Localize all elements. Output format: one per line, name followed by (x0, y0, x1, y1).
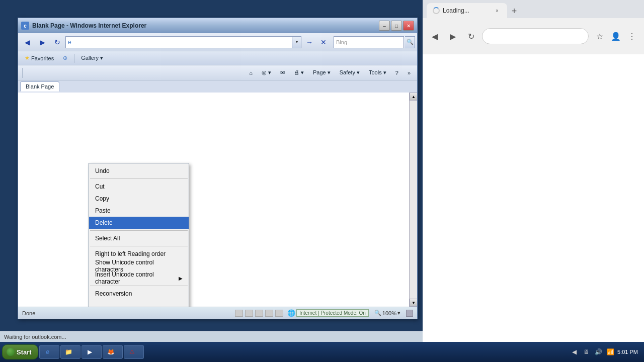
chrome-tab-close-button[interactable]: × (493, 7, 501, 15)
tray-clock: 5:01 PM (617, 349, 638, 355)
ie-scrollbar[interactable]: ▲ ▼ (409, 93, 417, 307)
ctx-copy[interactable]: Copy (89, 193, 189, 205)
ctx-rtl[interactable]: Right to left Reading order (89, 248, 189, 260)
ctx-sep-1 (90, 230, 188, 231)
ie-mail-button[interactable]: ✉ (277, 67, 288, 79)
chrome-tab-label: Loading... (443, 7, 469, 14)
context-menu: Undo Cut Copy Paste Delete Select All Ri… (89, 163, 189, 307)
taskbar-warning-icon: ⚠ (128, 348, 136, 356)
tray-network-icon[interactable]: 📶 (605, 347, 615, 357)
ie-page-button[interactable]: Page ▾ (309, 67, 334, 79)
chrome-address-bar[interactable] (482, 28, 589, 44)
ie-page-label: Page ▾ (313, 69, 331, 76)
ie-expand-button[interactable]: » (404, 67, 414, 79)
ctx-undo[interactable]: Undo (89, 165, 189, 177)
chrome-forward-button[interactable]: ▶ (446, 29, 460, 43)
ie-search-box[interactable]: Bing (334, 36, 404, 48)
ie-minimize-button[interactable]: – (379, 21, 390, 31)
ie-back-button[interactable]: ◀ (20, 35, 34, 49)
chrome-menu-icons: ☆ 👤 ⋮ (593, 29, 639, 43)
taskbar-warning-item[interactable]: ⚠ (124, 345, 144, 359)
ie-search-button[interactable]: 🔍 (405, 36, 415, 48)
taskbar-media-item[interactable]: ▶ (82, 345, 102, 359)
ie-status-icon-2 (245, 310, 253, 317)
ie-go-button[interactable]: → (302, 35, 316, 49)
ie-zoom-dropdown: ▾ (397, 310, 400, 316)
ie-scroll-up[interactable]: ▲ (410, 93, 417, 101)
chrome-menu-button[interactable]: ⋮ (625, 29, 639, 43)
chrome-profile-button[interactable]: 👤 (609, 29, 623, 43)
ie-print-button[interactable]: 🖨 ▾ (290, 67, 307, 79)
ie-address-area: e ▾ → ✕ (65, 35, 331, 49)
ie-tab-blank[interactable]: Blank Page (20, 81, 59, 92)
ie-search-placeholder: Bing (336, 39, 347, 45)
ctx-paste[interactable]: Paste (89, 205, 189, 217)
chrome-tab-loading[interactable]: Loading... × (427, 3, 507, 18)
ie-gallery-button[interactable]: Gallery ▾ (77, 53, 107, 64)
ie-favorites-button[interactable]: ★ Favorites (21, 53, 57, 64)
chrome-bookmark-button[interactable]: ☆ (593, 29, 607, 43)
ie-toolbar2-left (21, 68, 24, 78)
ie-restore-button[interactable]: □ (391, 21, 402, 31)
ie-refresh-button[interactable]: ↻ (50, 35, 64, 49)
ie-status-right: 🌐 Internet | Protected Mode: On 🔍 100% ▾ (287, 308, 413, 318)
ctx-insert-unicode[interactable]: Insert Unicode control character ▶ (89, 272, 189, 284)
chrome-toolbar: ◀ ▶ ↻ ☆ 👤 ⋮ (423, 18, 644, 54)
ie-content[interactable]: ▲ ▼ Undo Cut Copy Paste Delete Select A (18, 93, 417, 307)
ctx-show-unicode[interactable]: Show Unicode control characters (89, 260, 189, 272)
tray-sound-icon[interactable]: 🔊 (593, 347, 603, 357)
ie-navbar: ◀ ▶ ↻ e ▾ → ✕ Bing 🔍 (18, 33, 417, 51)
ie-feeds-button[interactable]: ◎ ▾ (258, 67, 275, 79)
start-button[interactable]: Start (2, 344, 38, 359)
ie-address-dropdown[interactable]: ▾ (292, 36, 301, 48)
taskbar-ie-item[interactable]: e (39, 345, 59, 359)
ie-zoom-button[interactable]: 🔍 100% ▾ (372, 308, 403, 318)
ie-scroll-down[interactable]: ▼ (410, 299, 417, 307)
ctx-sep-2 (90, 246, 188, 246)
chrome-refresh-button[interactable]: ↻ (464, 29, 478, 43)
chrome-back-button[interactable]: ◀ (428, 29, 442, 43)
ie-security-zone (235, 310, 243, 317)
ie-window-controls: – □ ✕ (379, 21, 414, 31)
ctx-open-ime[interactable]: Reconversion (89, 288, 189, 300)
ctx-cut-label: Cut (95, 183, 105, 190)
ctx-insert-unicode-arrow: ▶ (179, 276, 183, 281)
ctx-cut[interactable]: Cut (89, 180, 189, 193)
ie-tab-label: Blank Page (26, 83, 54, 89)
toolbar2-sep (22, 68, 23, 78)
ie-home-button[interactable]: ⌂ (246, 67, 256, 79)
chrome-tab-bar: Loading... × + (423, 0, 644, 18)
ie-stop-button[interactable]: ✕ (316, 35, 331, 49)
taskbar: Start e 📁 ▶ 🦊 ⚠ ◀ 🖥 🔊 📶 5:01 PM (0, 342, 644, 362)
ctx-open-ime-label: Reconversion (95, 290, 132, 297)
ctx-sep-0 (90, 178, 188, 179)
chrome-new-tab-button[interactable]: + (507, 4, 521, 18)
chrome-content (423, 54, 644, 362)
ie-title: Blank Page - Windows Internet Explorer (32, 22, 379, 29)
ie-close-button[interactable]: ✕ (403, 21, 414, 31)
ie-toolbar2: ⌂ ◎ ▾ ✉ 🖨 ▾ Page ▾ Safety ▾ Tools ▾ ? » (18, 65, 417, 80)
ie-safety-button[interactable]: Safety ▾ (336, 67, 363, 79)
ie-add-favorite-button[interactable]: ⊕ (59, 53, 71, 64)
tray-arrow-icon[interactable]: ◀ (569, 347, 579, 357)
ctx-select-all[interactable]: Select All (89, 232, 189, 244)
start-label: Start (17, 348, 32, 356)
ctx-insert-unicode-label: Insert Unicode control character (95, 271, 176, 285)
ctx-select-all-label: Select All (95, 235, 120, 242)
ie-forward-button[interactable]: ▶ (35, 35, 49, 49)
ctx-delete[interactable]: Delete (89, 217, 189, 229)
taskbar-firefox-item[interactable]: 🦊 (103, 345, 123, 359)
ctx-reconversion (89, 300, 189, 307)
ie-address-bar[interactable]: e (65, 36, 292, 48)
taskbar-ie-icon: e (44, 348, 52, 356)
chrome-panel: Loading... × + ◀ ▶ ↻ ☆ 👤 ⋮ (423, 0, 644, 362)
bottom-status-bar: Waiting for outlook.com... (0, 331, 423, 342)
ie-help-button[interactable]: ? (392, 67, 402, 79)
ie-favbar: ★ Favorites ⊕ Gallery ▾ (18, 51, 417, 65)
taskbar-folder-item[interactable]: 📁 (60, 345, 80, 359)
taskbar-tray: ◀ 🖥 🔊 📶 5:01 PM (565, 347, 642, 357)
ie-resize-grip[interactable] (406, 310, 413, 317)
ie-status-text: Done (22, 310, 231, 316)
ie-tools-button[interactable]: Tools ▾ (365, 67, 390, 79)
tray-monitor-icon[interactable]: 🖥 (581, 347, 591, 357)
